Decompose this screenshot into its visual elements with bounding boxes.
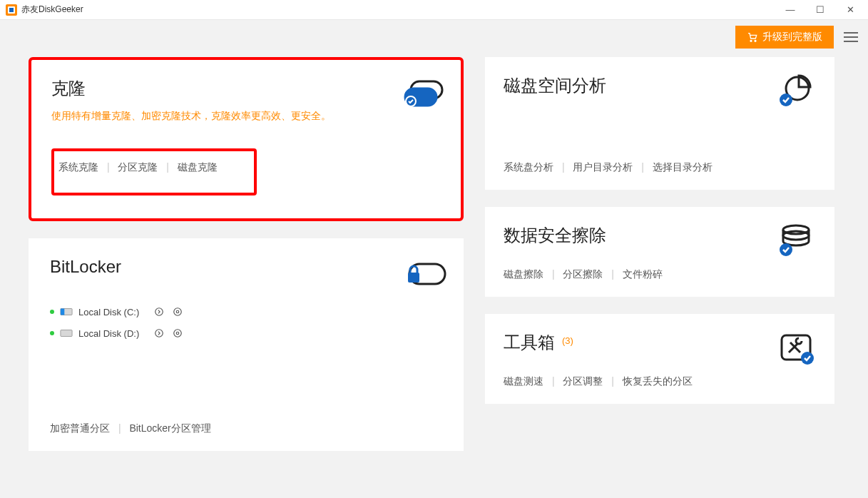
lock-icon[interactable] — [171, 305, 184, 318]
toolbox-link-resize[interactable]: 分区调整 — [563, 375, 603, 387]
erase-link-disk[interactable]: 磁盘擦除 — [504, 268, 543, 280]
card-toolbox[interactable]: 工具箱 (3) 磁盘测速 | 分区调整 | — [485, 314, 834, 404]
cart-icon — [747, 31, 758, 43]
pie-chart-icon — [776, 74, 816, 106]
erase-link-partition[interactable]: 分区擦除 — [563, 268, 603, 280]
database-check-icon — [776, 224, 816, 255]
window-controls: — ☐ ✕ — [784, 5, 862, 14]
clone-links-box: 系统克隆 | 分区克隆 | 磁盘克隆 — [51, 148, 257, 195]
svg-point-4 — [755, 40, 756, 41]
close-button[interactable]: ✕ — [844, 5, 857, 14]
drive-icon — [60, 328, 73, 338]
svg-rect-9 — [408, 273, 419, 283]
svg-point-13 — [174, 308, 182, 316]
svg-rect-2 — [9, 8, 14, 12]
disk-label: Local Disk (D:) — [78, 328, 147, 339]
card-erase[interactable]: 数据安全擦除 磁盘擦除 | 分区擦除 | 文件粉碎 — [485, 207, 834, 297]
upgrade-label: 升级到完整版 — [762, 31, 822, 44]
app-title: 赤友DiskGeeker — [21, 4, 83, 16]
svg-point-3 — [750, 40, 752, 41]
upgrade-button[interactable]: 升级到完整版 — [735, 26, 834, 49]
erase-title: 数据安全擦除 — [504, 224, 606, 247]
titlebar: 赤友DiskGeeker — ☐ ✕ — [0, 0, 868, 20]
svg-point-22 — [783, 231, 809, 240]
eject-icon[interactable] — [153, 327, 165, 340]
eject-icon[interactable] — [153, 305, 165, 318]
maximize-button[interactable]: ☐ — [814, 5, 827, 14]
drive-icon — [60, 307, 73, 317]
svg-rect-15 — [61, 330, 72, 337]
card-clone[interactable]: 克隆 使用特有增量克隆、加密克隆技术，克隆效率更高效、更安全。 系统克隆 | — [29, 57, 464, 221]
app-icon — [6, 4, 17, 16]
clone-link-system[interactable]: 系统克隆 — [58, 161, 98, 173]
topbar: 升级到完整版 — [0, 20, 868, 54]
bitlocker-icon — [402, 257, 442, 288]
disk-row: Local Disk (C:) — [50, 301, 442, 322]
main-grid: 克隆 使用特有增量克隆、加密克隆技术，克隆效率更高效、更安全。 系统克隆 | — [0, 54, 868, 451]
status-dot — [50, 310, 54, 314]
left-column: 克隆 使用特有增量克隆、加密克隆技术，克隆效率更高效、更安全。 系统克隆 | — [29, 57, 464, 451]
toolbox-badge: (3) — [562, 335, 573, 346]
card-bitlocker[interactable]: BitLocker Local Disk (C:) — [29, 238, 464, 451]
minimize-button[interactable]: — — [784, 5, 797, 14]
clone-link-disk[interactable]: 磁盘克隆 — [178, 161, 218, 173]
disk-row: Local Disk (D:) — [50, 322, 442, 344]
menu-button[interactable] — [844, 32, 858, 42]
svg-point-18 — [176, 332, 179, 335]
svg-point-12 — [155, 308, 163, 316]
status-dot — [50, 331, 54, 335]
erase-link-shred[interactable]: 文件粉碎 — [623, 268, 663, 280]
card-space-analysis[interactable]: 磁盘空间分析 系统盘分析 | 用户目录分析 | 选择目录分析 — [485, 57, 834, 190]
svg-point-16 — [155, 330, 163, 337]
space-link-system[interactable]: 系统盘分析 — [504, 161, 553, 173]
space-link-user[interactable]: 用户目录分析 — [573, 161, 633, 173]
clone-subtitle: 使用特有增量克隆、加密克隆技术，克隆效率更高效、更安全。 — [51, 110, 331, 123]
space-title: 磁盘空间分析 — [504, 74, 606, 97]
svg-rect-11 — [61, 309, 64, 315]
space-link-choose[interactable]: 选择目录分析 — [653, 161, 713, 173]
disk-label: Local Disk (C:) — [78, 307, 147, 317]
svg-point-17 — [174, 330, 182, 337]
bitlocker-link-manage[interactable]: BitLocker分区管理 — [129, 422, 210, 434]
svg-point-14 — [176, 310, 179, 313]
lock-icon[interactable] — [171, 327, 184, 340]
tools-icon — [776, 331, 816, 362]
toolbox-link-speed[interactable]: 磁盘测速 — [504, 375, 543, 387]
right-column: 磁盘空间分析 系统盘分析 | 用户目录分析 | 选择目录分析 — [485, 57, 834, 404]
disk-list: Local Disk (C:) Local Disk (D:) — [50, 301, 442, 344]
toolbox-title: 工具箱 — [504, 332, 555, 352]
clone-title: 克隆 — [51, 77, 331, 100]
toolbox-link-recover[interactable]: 恢复丢失的分区 — [623, 375, 693, 387]
bitlocker-link-encrypt[interactable]: 加密普通分区 — [50, 422, 110, 434]
clone-icon — [401, 77, 441, 108]
clone-link-partition[interactable]: 分区克隆 — [118, 161, 158, 173]
bitlocker-title: BitLocker — [50, 257, 121, 277]
